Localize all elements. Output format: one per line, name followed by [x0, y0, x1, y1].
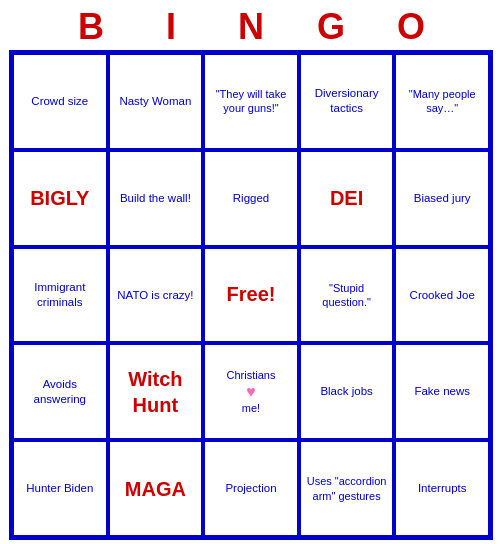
cell-1-3[interactable]: DEI [299, 150, 395, 247]
letter-g: G [291, 6, 371, 48]
cell-2-4-text: Crooked Joe [410, 288, 475, 303]
cell-2-2-text: Free! [227, 283, 276, 306]
cell-4-4-text: Interrupts [418, 481, 467, 496]
cell-2-3-text: "Stupid question." [305, 281, 389, 310]
cell-2-1-text: NATO is crazy! [117, 288, 193, 303]
cell-3-2-me: me! [242, 401, 260, 415]
letter-o: O [371, 6, 451, 48]
cell-1-4[interactable]: Biased jury [394, 150, 490, 247]
cell-4-2[interactable]: Projection [203, 440, 299, 537]
cell-2-0-text: Immigrant criminals [18, 280, 102, 310]
cell-0-4[interactable]: "Many people say…" [394, 53, 490, 150]
cell-0-2-text: "They will take your guns!" [209, 87, 293, 116]
cell-2-2-free[interactable]: Free! [203, 247, 299, 344]
cell-1-0[interactable]: BIGLY [12, 150, 108, 247]
cell-0-3-text: Diversionary tactics [305, 86, 389, 116]
cell-2-0[interactable]: Immigrant criminals [12, 247, 108, 344]
cell-1-1-text: Build the wall! [120, 191, 191, 206]
cell-3-4-text: Fake news [414, 384, 470, 399]
bingo-header: B I N G O [0, 0, 502, 50]
cell-0-2[interactable]: "They will take your guns!" [203, 53, 299, 150]
cell-4-1-text: MAGA [125, 476, 186, 502]
cell-4-3[interactable]: Uses "accordion arm" gestures [299, 440, 395, 537]
cell-1-3-text: DEI [330, 185, 363, 211]
cell-1-0-text: BIGLY [30, 185, 89, 211]
cell-0-4-text: "Many people say…" [400, 87, 484, 116]
cell-4-1[interactable]: MAGA [108, 440, 204, 537]
cell-2-4[interactable]: Crooked Joe [394, 247, 490, 344]
cell-4-2-text: Projection [225, 481, 276, 496]
cell-3-0[interactable]: Avoids answering [12, 343, 108, 440]
cell-1-2[interactable]: Rigged [203, 150, 299, 247]
cell-3-2-text: Christians [227, 368, 276, 382]
letter-b: B [51, 6, 131, 48]
cell-4-0-text: Hunter Biden [26, 481, 93, 496]
cell-3-0-text: Avoids answering [18, 377, 102, 407]
cell-0-1-text: Nasty Woman [119, 94, 191, 109]
letter-i: I [131, 6, 211, 48]
cell-3-4[interactable]: Fake news [394, 343, 490, 440]
cell-0-3[interactable]: Diversionary tactics [299, 53, 395, 150]
cell-3-1-text: Witch Hunt [114, 366, 198, 418]
cell-1-2-text: Rigged [233, 191, 269, 206]
cell-0-1[interactable]: Nasty Woman [108, 53, 204, 150]
bingo-grid: Crowd size Nasty Woman "They will take y… [9, 50, 493, 540]
cell-4-4[interactable]: Interrupts [394, 440, 490, 537]
letter-n: N [211, 6, 291, 48]
cell-2-3[interactable]: "Stupid question." [299, 247, 395, 344]
cell-3-1[interactable]: Witch Hunt [108, 343, 204, 440]
cell-3-2[interactable]: Christians ♥ me! [203, 343, 299, 440]
cell-3-2-heart: ♥ [246, 383, 256, 401]
cell-4-3-text: Uses "accordion arm" gestures [305, 474, 389, 503]
cell-2-1[interactable]: NATO is crazy! [108, 247, 204, 344]
cell-0-0[interactable]: Crowd size [12, 53, 108, 150]
cell-3-3-text: Black jobs [320, 384, 372, 399]
cell-0-0-text: Crowd size [31, 94, 88, 109]
cell-1-4-text: Biased jury [414, 191, 471, 206]
cell-1-1[interactable]: Build the wall! [108, 150, 204, 247]
cell-4-0[interactable]: Hunter Biden [12, 440, 108, 537]
cell-3-3[interactable]: Black jobs [299, 343, 395, 440]
